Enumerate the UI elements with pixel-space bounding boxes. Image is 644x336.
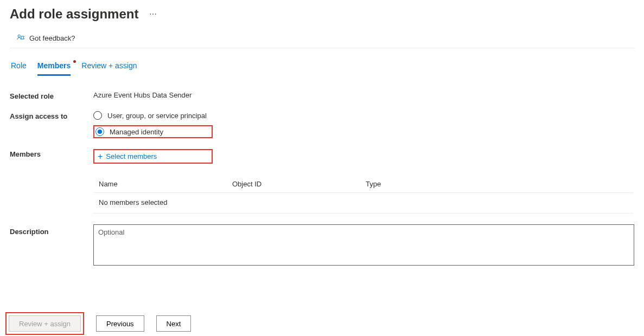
feedback-icon — [16, 34, 25, 42]
members-empty-row: No members selected — [93, 193, 633, 214]
tab-members-indicator-icon — [73, 60, 76, 63]
title-bar: Add role assignment ⋯ — [10, 0, 644, 29]
radio-user-label: User, group, or service principal — [107, 112, 207, 120]
assign-access-radio-group: User, group, or service principal Manage… — [93, 111, 634, 138]
members-table-header: Name Object ID Type — [93, 180, 633, 193]
radio-checked-icon — [95, 127, 104, 136]
members-label: Members — [10, 149, 93, 158]
tabs: Role Members Review + assign — [10, 61, 644, 76]
svg-point-0 — [18, 35, 20, 37]
plus-icon: + — [98, 153, 103, 160]
radio-managed-identity[interactable]: Managed identity — [95, 127, 209, 136]
description-input[interactable] — [93, 224, 634, 266]
page-title: Add role assignment — [10, 7, 138, 22]
tab-members[interactable]: Members — [37, 61, 71, 76]
selected-role-label: Selected role — [10, 91, 93, 100]
radio-managed-identity-highlight: Managed identity — [93, 125, 213, 138]
col-object-id: Object ID — [232, 180, 366, 188]
col-type: Type — [366, 180, 628, 188]
radio-identity-label: Managed identity — [110, 128, 163, 136]
assign-access-label: Assign access to — [10, 111, 93, 120]
feedback-link[interactable]: Got feedback? — [10, 29, 634, 48]
members-table: Name Object ID Type No members selected — [93, 180, 633, 214]
radio-unchecked-icon — [93, 111, 102, 120]
tab-review-assign[interactable]: Review + assign — [81, 61, 137, 76]
tab-members-label: Members — [37, 61, 71, 70]
feedback-label: Got feedback? — [29, 34, 75, 42]
selected-role-value: Azure Event Hubs Data Sender — [93, 91, 634, 99]
more-actions-icon[interactable]: ⋯ — [149, 10, 157, 18]
tab-role[interactable]: Role — [11, 61, 27, 76]
select-members-highlight: + Select members — [93, 149, 213, 164]
radio-user-group-principal[interactable]: User, group, or service principal — [93, 111, 634, 120]
description-label: Description — [10, 224, 93, 266]
select-members-link[interactable]: Select members — [106, 152, 157, 160]
col-name: Name — [99, 180, 232, 188]
